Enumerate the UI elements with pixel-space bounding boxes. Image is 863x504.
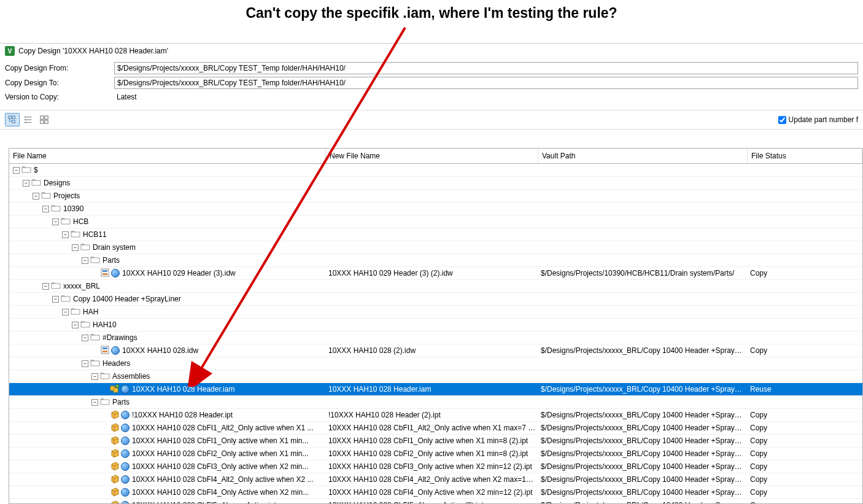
new-file-name[interactable]: !10XXX HAH10 028 Header (2).ipt: [326, 411, 538, 419]
tree-cell: 10XXX HAH10 029 Header (3).idw: [9, 267, 326, 279]
svg-rect-2: [12, 116, 15, 118]
collapse-icon[interactable]: −: [33, 193, 39, 200]
table-row[interactable]: !10XXX HAH10 028 Header.ipt!10XXX HAH10 …: [9, 409, 862, 422]
folder-icon: [71, 230, 83, 240]
collapse-icon[interactable]: −: [72, 244, 79, 251]
copy-to-input[interactable]: [114, 77, 858, 89]
table-row[interactable]: 10XXX HAH10 028.idw10XXX HAH10 028 (2).i…: [9, 344, 862, 357]
globe-icon: [121, 475, 130, 484]
folder-icon: [41, 191, 53, 201]
ipt-icon: [110, 487, 121, 498]
collapse-icon[interactable]: −: [52, 296, 59, 303]
col-new-file-name[interactable]: New File Name: [326, 149, 538, 163]
table-row[interactable]: 10XXX HAH10 028 CbFI4_Only Active when X…: [9, 486, 862, 499]
table-row[interactable]: 10XXX HAH10 028 CbFI4_Alt2_Only active w…: [9, 473, 862, 486]
file-status: Copy: [748, 411, 862, 419]
folder-icon: [61, 294, 73, 304]
new-file-name[interactable]: 10XXX HAH10 028 Header.iam: [326, 385, 538, 394]
collapse-icon[interactable]: −: [72, 322, 79, 328]
table-row[interactable]: −Drain system: [9, 241, 862, 254]
table-row[interactable]: −10390: [9, 203, 862, 215]
new-file-name[interactable]: 10XXX HAH10 028 CbFI3_Only active when X…: [326, 462, 538, 471]
table-row[interactable]: 10XXX HAH10 028 CbFI3_Only active when X…: [9, 460, 862, 473]
folder-icon: [31, 178, 44, 188]
new-file-name[interactable]: 10XXX HAH10 028 CbFI1_Only active when X…: [326, 436, 538, 445]
tree-cell: −HAH: [9, 306, 326, 318]
file-name-label: 10XXX HAH10 028 Header.iam: [132, 385, 234, 394]
new-file-name[interactable]: 10XXX HAH10 028 CbFI2_Only active when X…: [326, 449, 538, 458]
table-row[interactable]: −HCB: [9, 215, 862, 228]
table-row[interactable]: −Projects: [9, 190, 862, 203]
svg-rect-3: [12, 120, 15, 123]
file-status: Copy: [748, 436, 862, 445]
tree-cell: −10390: [9, 203, 326, 215]
table-row[interactable]: 10XXX HAH10 028 CbFI1_Only active when X…: [9, 435, 862, 448]
vault-path: $/Designs/Projects/xxxxx_BRL/Copy 10400 …: [538, 449, 748, 458]
table-row[interactable]: 10XXX HAH10 028 Header.iam10XXX HAH10 02…: [9, 383, 862, 396]
svg-rect-12: [41, 116, 44, 119]
view-tree-button[interactable]: [5, 113, 20, 126]
tree-cell: −Headers: [9, 357, 326, 370]
collapse-icon[interactable]: −: [82, 257, 88, 264]
view-grid-button[interactable]: [37, 113, 52, 126]
table-row[interactable]: 10XXX HAH10 028 CbFI1_Alt2_Only active w…: [9, 422, 862, 435]
idw-icon: [100, 345, 111, 357]
folder-icon: [90, 333, 103, 343]
table-row[interactable]: −Copy 10400 Header +SprayLiner: [9, 293, 862, 306]
no-expander: [101, 476, 108, 483]
collapse-icon[interactable]: −: [62, 309, 69, 316]
collapse-icon[interactable]: −: [42, 283, 49, 290]
file-name-label: Projects: [53, 192, 80, 200]
new-file-name[interactable]: 10XXX HAH10 028 CbFI4_Alt2_Only active w…: [326, 475, 538, 484]
col-vault-path[interactable]: Vault Path: [538, 149, 748, 163]
vault-path: $/Designs/Projects/xxxxx_BRL/Copy 10400 …: [538, 488, 748, 497]
collapse-icon[interactable]: −: [91, 373, 98, 380]
table-row[interactable]: −Parts: [9, 254, 862, 267]
file-status: Copy: [748, 346, 862, 355]
ipt-icon: [110, 448, 121, 460]
table-row[interactable]: 10XXX HAH10 028 CbFI2_Only active when X…: [9, 448, 862, 460]
col-file-status[interactable]: File Status: [748, 149, 862, 163]
tree-cell: −xxxxx_BRL: [9, 280, 326, 292]
table-row[interactable]: 10XXX HAH10 029 Header (3).idw10XXX HAH1…: [9, 267, 862, 280]
copy-from-input[interactable]: [114, 62, 858, 74]
table-row[interactable]: −$: [9, 164, 862, 177]
svg-rect-13: [45, 116, 48, 119]
globe-icon: [111, 269, 120, 277]
new-file-name[interactable]: 10XXX HAH10 029 Header (3) (2).idw: [326, 269, 538, 277]
update-part-number-input[interactable]: [778, 116, 786, 124]
collapse-icon[interactable]: −: [91, 399, 98, 406]
table-row[interactable]: −Headers: [9, 357, 862, 370]
collapse-icon[interactable]: −: [13, 167, 20, 174]
new-file-name[interactable]: 10XXX HAH10 028 CbFI5_Always Active (2).…: [326, 501, 538, 504]
collapse-icon[interactable]: −: [82, 335, 88, 341]
file-name-label: Headers: [103, 359, 130, 368]
col-file-name[interactable]: File Name: [9, 149, 326, 163]
grid-body[interactable]: −$−Designs−Projects−10390−HCB−HCB11−Drai…: [9, 164, 862, 504]
new-file-name[interactable]: 10XXX HAH10 028 CbFI1_Alt2_Only active w…: [326, 424, 538, 432]
table-row[interactable]: 10XXX HAH10 028 CbFI5_Always Active.ipt1…: [9, 499, 862, 504]
update-part-number-checkbox[interactable]: Update part number f: [778, 115, 858, 124]
collapse-icon[interactable]: −: [82, 360, 88, 367]
collapse-icon[interactable]: −: [62, 231, 69, 238]
new-file-name[interactable]: 10XXX HAH10 028 CbFI4_Only Active when X…: [326, 488, 538, 497]
collapse-icon[interactable]: −: [42, 206, 49, 212]
vault-path: $/Designs/Projects/xxxxx_BRL/Copy 10400 …: [538, 385, 748, 394]
table-row[interactable]: −#Drawings: [9, 331, 862, 344]
svg-rect-18: [103, 273, 107, 275]
new-file-name[interactable]: 10XXX HAH10 028 (2).idw: [326, 346, 538, 355]
table-row[interactable]: −Designs: [9, 177, 862, 190]
table-row[interactable]: −HCB11: [9, 228, 862, 241]
file-status: Copy: [748, 424, 862, 432]
collapse-icon[interactable]: −: [23, 180, 29, 187]
collapse-icon[interactable]: −: [52, 219, 59, 225]
globe-icon: [121, 436, 130, 445]
view-list-button[interactable]: [21, 113, 36, 126]
table-row[interactable]: −HAH10: [9, 319, 862, 331]
table-row[interactable]: −Parts: [9, 396, 862, 409]
ipt-icon: [110, 461, 121, 473]
table-row[interactable]: −xxxxx_BRL: [9, 280, 862, 293]
no-expander: [101, 489, 108, 496]
table-row[interactable]: −Assemblies: [9, 370, 862, 383]
table-row[interactable]: −HAH: [9, 306, 862, 319]
